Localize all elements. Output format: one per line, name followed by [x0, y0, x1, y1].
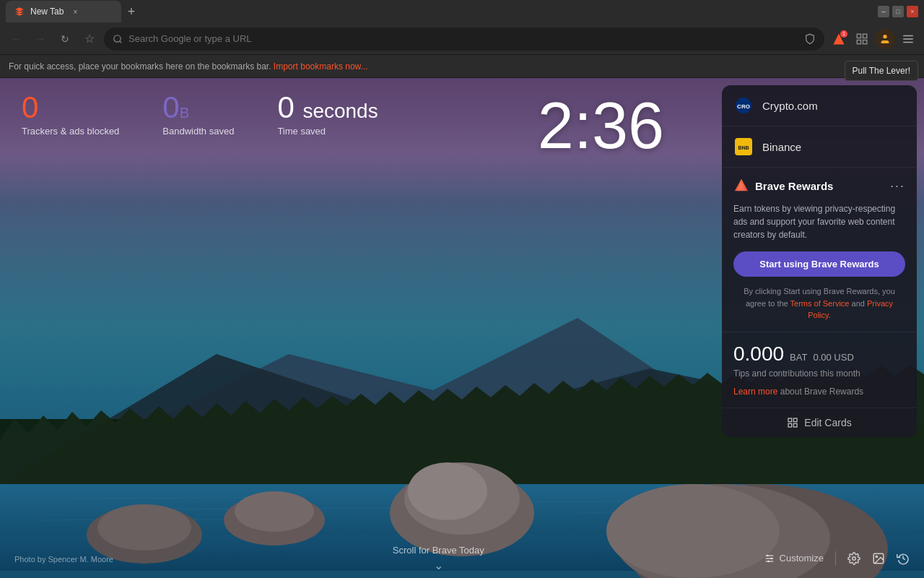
bandwidth-label: Bandwidth saved [162, 126, 234, 137]
refresh-button[interactable]: ↻ [55, 29, 75, 49]
svg-rect-3 [863, 34, 867, 38]
address-bar[interactable] [104, 27, 824, 51]
window-controls: − □ × [878, 6, 918, 17]
bat-usd: 0.00 USD [813, 352, 853, 363]
svg-point-49 [876, 556, 877, 557]
extensions-icon [855, 33, 868, 46]
minimize-button[interactable]: − [878, 6, 889, 17]
start-rewards-button[interactable]: Start using Brave Rewards [733, 251, 905, 277]
bat-amount-row: 0.000 BAT 0.00 USD [733, 342, 905, 366]
tab-favicon [14, 7, 25, 17]
svg-point-45 [770, 557, 772, 559]
toolbar-icons: 1 Pull The Lever! [829, 29, 918, 49]
search-icon [113, 34, 123, 44]
new-tab-button[interactable]: + [121, 1, 141, 22]
time-stat: 0 seconds Time saved [277, 92, 378, 137]
tab-strip: New Tab × + [6, 0, 875, 23]
binance-logo: BNB [735, 138, 752, 155]
customize-button[interactable]: Customize [764, 553, 824, 564]
bat-value: 0.000 [733, 342, 784, 366]
binance-item[interactable]: BNB Binance [722, 126, 917, 168]
right-panel: CRO Crypto.com BNB Binance [722, 85, 917, 437]
history-button[interactable] [897, 552, 910, 565]
bottom-right-icons: Customize [764, 551, 910, 566]
trackers-stat: 0 Trackers & ads blocked [22, 92, 119, 137]
bat-section: 0.000 BAT 0.00 USD Tips and contribution… [722, 332, 917, 408]
svg-point-22 [408, 462, 487, 520]
tab-close-button[interactable]: × [69, 6, 81, 17]
svg-point-44 [767, 554, 769, 556]
svg-rect-4 [863, 40, 867, 43]
widgets-card: CRO Crypto.com BNB Binance [722, 85, 917, 437]
learn-more-row: Learn more about Brave Rewards [733, 384, 905, 397]
edit-cards-row[interactable]: Edit Cards [722, 408, 917, 437]
customize-label: Customize [780, 553, 824, 564]
learn-more-link[interactable]: Learn more [733, 387, 780, 397]
scroll-arrow: ⌄ [434, 558, 443, 572]
divider [835, 551, 836, 566]
svg-point-46 [767, 560, 770, 562]
bookmark-button[interactable]: ☆ [79, 29, 100, 49]
terms-text: By clicking Start using Brave Rewards, y… [733, 285, 905, 322]
back-button[interactable]: ← [6, 29, 26, 49]
brave-rewards-icon [733, 178, 749, 194]
svg-point-47 [853, 556, 856, 560]
scroll-label: Scroll for Brave Today [393, 545, 484, 556]
gallery-icon [872, 552, 885, 565]
svg-rect-40 [788, 423, 792, 427]
binance-icon: BNB [733, 137, 754, 157]
brave-rewards-button[interactable]: 1 [829, 29, 849, 49]
photo-credit: Photo by Spencer M. Moore [14, 552, 113, 565]
brave-rewards-section: Brave Rewards ··· Earn tokens by viewing… [722, 168, 917, 332]
bat-description: Tips and contributions this month [733, 368, 905, 379]
active-tab[interactable]: New Tab × [6, 1, 121, 22]
menu-button[interactable]: Pull The Lever! [898, 29, 918, 49]
time-value: 0 [277, 92, 294, 123]
svg-text:CRO: CRO [737, 103, 750, 110]
new-tab-page: 0 Trackers & ads blocked 0B Bandwidth sa… [0, 78, 924, 578]
svg-rect-37 [788, 418, 792, 422]
gallery-button[interactable] [872, 552, 885, 565]
scroll-for-brave[interactable]: Scroll for Brave Today ⌄ [393, 545, 484, 572]
pull-lever-tooltip: Pull The Lever! [845, 61, 919, 81]
terms-of-service-link[interactable]: Terms of Service [790, 299, 850, 308]
brave-rewards-header: Brave Rewards ··· [733, 178, 905, 194]
history-icon [897, 552, 910, 565]
svg-rect-38 [794, 418, 798, 422]
svg-point-6 [883, 35, 886, 38]
settings-button[interactable] [847, 552, 860, 565]
crypto-item[interactable]: CRO Crypto.com [722, 85, 917, 126]
bandwidth-sub: B [180, 105, 189, 120]
binance-label: Binance [762, 141, 801, 153]
trackers-label: Trackers & ads blocked [22, 126, 119, 137]
svg-rect-39 [794, 423, 798, 427]
crypto-label: Crypto.com [762, 100, 818, 112]
import-bookmarks-link[interactable]: Import bookmarks now... [274, 61, 368, 72]
tab-title: New Tab [30, 7, 64, 17]
edit-cards-label: Edit Cards [804, 417, 851, 428]
cryptocom-logo: CRO [735, 97, 752, 114]
bandwidth-stat: 0B Bandwidth saved [162, 92, 234, 137]
close-window-button[interactable]: × [907, 6, 918, 17]
bottom-bar: Photo by Spencer M. Moore Scroll for Bra… [0, 538, 924, 578]
stats-bar: 0 Trackers & ads blocked 0B Bandwidth sa… [22, 92, 378, 137]
extensions-button[interactable] [852, 29, 872, 49]
brave-rewards-title-row: Brave Rewards [733, 178, 833, 194]
maximize-button[interactable]: □ [892, 6, 904, 17]
url-input[interactable] [128, 33, 798, 44]
crypto-icon: CRO [733, 95, 754, 116]
bat-label: BAT [790, 352, 807, 363]
svg-text:BNB: BNB [738, 145, 749, 150]
toolbar: ← → ↻ ☆ 1 [0, 23, 924, 55]
forward-button[interactable]: → [30, 29, 51, 49]
time-label: Time saved [277, 126, 378, 137]
time-unit: seconds [302, 101, 378, 121]
trackers-value: 0 [22, 92, 38, 123]
rewards-description: Earn tokens by viewing privacy-respectin… [733, 202, 905, 241]
profile-button[interactable] [875, 29, 895, 49]
more-options-button[interactable]: ··· [890, 178, 905, 194]
shield-icon [804, 33, 816, 45]
bookmarks-hint-text: For quick access, place your bookmarks h… [9, 61, 271, 72]
svg-point-24 [235, 491, 314, 532]
title-bar: New Tab × + − □ × [0, 0, 924, 23]
